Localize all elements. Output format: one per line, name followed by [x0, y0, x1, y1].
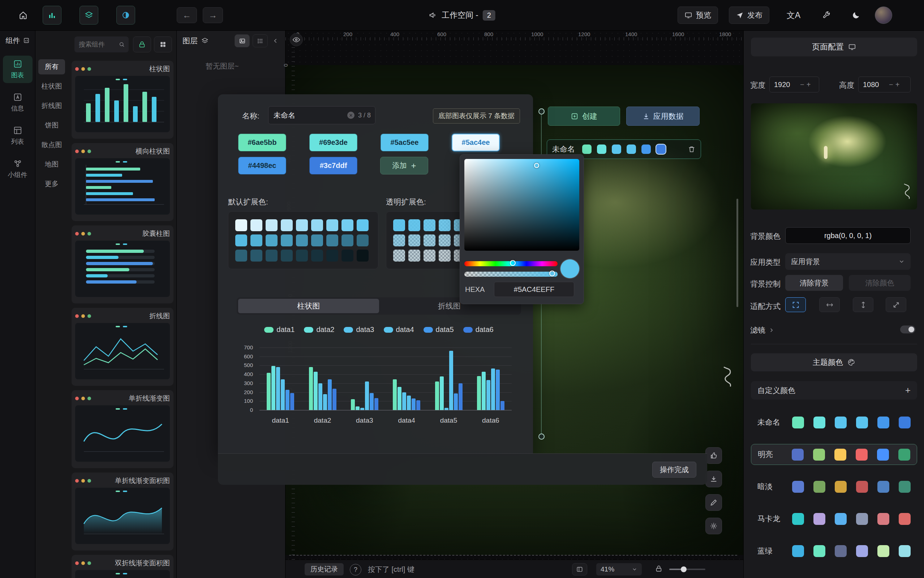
item-color-swatch[interactable]: [612, 144, 621, 154]
clear-input-icon[interactable]: ✕: [347, 112, 354, 119]
rail-item-小组件[interactable]: 小组件: [3, 155, 32, 183]
component-search-input[interactable]: [75, 36, 129, 52]
extended-color-swatch[interactable]: [235, 250, 247, 261]
extended-color-swatch[interactable]: [296, 219, 308, 231]
collapse-panel-icon[interactable]: [272, 37, 279, 44]
add-custom-color-icon[interactable]: +: [905, 385, 911, 396]
extended-color-swatch[interactable]: [326, 234, 338, 246]
layers-list-view-button[interactable]: [253, 34, 268, 47]
chevron-right-icon[interactable]: [768, 327, 775, 333]
rail-item-列表[interactable]: 列表: [3, 122, 32, 149]
saturation-area[interactable]: [464, 159, 579, 251]
dark-mode-button[interactable]: [852, 11, 861, 19]
color-chip-#6ae5bb[interactable]: #6ae5bb: [238, 134, 286, 151]
alpha-slider[interactable]: [464, 272, 558, 277]
lock-library-button[interactable]: [133, 36, 151, 52]
extended-color-swatch[interactable]: [357, 250, 369, 261]
theme-colors-button[interactable]: 主题颜色: [751, 353, 917, 371]
apply-data-button[interactable]: 应用数据: [626, 107, 700, 126]
item-color-swatch[interactable]: [597, 144, 606, 154]
category-柱状图[interactable]: 柱状图: [38, 79, 65, 94]
legend-item-data6[interactable]: data6: [463, 325, 494, 334]
component-card-横向柱状图[interactable]: 横向柱状图: [71, 143, 174, 221]
transparent-color-swatch[interactable]: [439, 219, 451, 231]
create-button[interactable]: 创建: [548, 107, 620, 126]
transparent-color-swatch[interactable]: [424, 234, 435, 246]
hue-slider-thumb[interactable]: [510, 260, 516, 266]
color-chip-#4498ec[interactable]: #4498ec: [238, 157, 286, 174]
width-input[interactable]: − +: [769, 76, 819, 93]
item-color-swatch[interactable]: [627, 144, 636, 154]
theme-row-马卡龙[interactable]: 马卡龙: [751, 508, 917, 529]
component-card-单折线渐变面积图[interactable]: 单折线渐变面积图: [71, 472, 174, 550]
clear-color-button[interactable]: 清除颜色: [849, 275, 911, 291]
hue-slider[interactable]: [464, 261, 558, 266]
legend-item-data3[interactable]: data3: [344, 325, 374, 334]
preview-panel-button[interactable]: [572, 563, 587, 575]
category-饼图[interactable]: 饼图: [38, 118, 65, 133]
extended-color-swatch[interactable]: [341, 234, 353, 246]
zoom-slider[interactable]: [669, 568, 705, 570]
extended-color-swatch[interactable]: [266, 234, 278, 246]
selection-handle-bottom[interactable]: [538, 434, 544, 440]
plus-stepper-icon[interactable]: +: [807, 81, 811, 89]
category-散点图[interactable]: 散点图: [38, 137, 65, 153]
edit-button[interactable]: [705, 494, 722, 511]
settings-button[interactable]: [705, 518, 722, 534]
clear-background-button[interactable]: 清除背景: [785, 275, 843, 291]
item-color-swatch[interactable]: [641, 144, 651, 154]
layers-thumbnail-view-button[interactable]: [234, 34, 250, 47]
item-color-swatch[interactable]: [656, 144, 666, 154]
extended-color-swatch[interactable]: [326, 250, 338, 261]
theme-row-未命名[interactable]: 未命名: [751, 412, 917, 433]
extended-color-swatch[interactable]: [341, 250, 353, 261]
add-color-button[interactable]: 添加 +: [380, 157, 428, 174]
zoom-lock-icon[interactable]: [655, 565, 663, 573]
rail-item-信息[interactable]: 信息: [3, 89, 32, 116]
page-height-input[interactable]: [862, 80, 887, 89]
item-color-swatch[interactable]: [582, 144, 591, 154]
preview-button[interactable]: 预览: [677, 6, 718, 24]
transparent-color-swatch[interactable]: [393, 234, 405, 246]
extended-color-swatch[interactable]: [250, 250, 262, 261]
canvas-scrollbar[interactable]: [736, 199, 738, 307]
component-card-胶囊柱图[interactable]: 胶囊柱图: [71, 226, 174, 304]
extended-color-swatch[interactable]: [296, 250, 308, 261]
legend-item-data4[interactable]: data4: [384, 325, 414, 334]
like-button[interactable]: [705, 447, 722, 464]
filter-toggle[interactable]: [900, 325, 915, 333]
transparent-color-swatch[interactable]: [408, 219, 420, 231]
tab-bar-chart[interactable]: 柱状图: [238, 299, 379, 313]
fit-free-button[interactable]: [886, 297, 906, 312]
color-chip-#5ac4ee[interactable]: #5ac4ee: [452, 134, 500, 151]
transparent-color-swatch[interactable]: [408, 234, 420, 246]
chart-name-input[interactable]: [273, 111, 332, 120]
category-地图[interactable]: 地图: [38, 157, 65, 172]
extended-color-swatch[interactable]: [281, 234, 293, 246]
extended-color-swatch[interactable]: [266, 219, 278, 231]
help-button[interactable]: ?: [350, 564, 361, 575]
component-card-折线图[interactable]: 折线图: [71, 308, 174, 386]
extended-color-swatch[interactable]: [357, 219, 369, 231]
fit-height-button[interactable]: [853, 297, 874, 312]
custom-colors-bar[interactable]: 自定义颜色 +: [751, 381, 917, 399]
trash-icon[interactable]: [688, 145, 696, 153]
height-input[interactable]: − +: [858, 76, 911, 93]
layout-grid-button[interactable]: [154, 36, 172, 52]
tools-button[interactable]: [822, 11, 831, 19]
minus-stepper-icon[interactable]: −: [800, 81, 804, 89]
extended-color-swatch[interactable]: [296, 234, 308, 246]
category-折线图[interactable]: 折线图: [38, 98, 65, 114]
hexa-input[interactable]: [494, 282, 574, 297]
done-button[interactable]: 操作完成: [652, 462, 696, 477]
fit-width-button[interactable]: [819, 297, 840, 312]
extended-color-swatch[interactable]: [341, 219, 353, 231]
legend-item-data5[interactable]: data5: [424, 325, 454, 334]
color-chip-#5ac5ee[interactable]: #5ac5ee: [380, 134, 429, 151]
download-button[interactable]: [705, 471, 722, 487]
search-input[interactable]: [78, 41, 114, 49]
transparent-color-swatch[interactable]: [439, 250, 451, 261]
layers-mode-button[interactable]: [80, 6, 98, 24]
extended-color-swatch[interactable]: [266, 250, 278, 261]
home-button[interactable]: [14, 6, 32, 24]
